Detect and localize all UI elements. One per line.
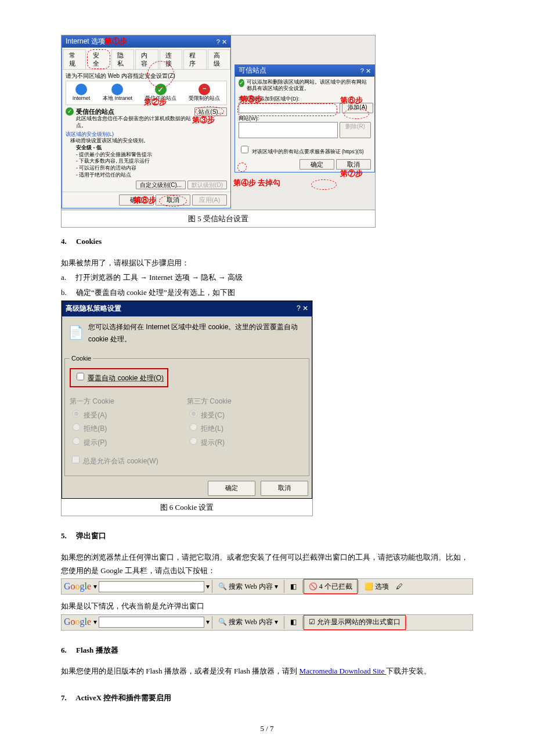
toolbar-search-input[interactable] <box>99 581 204 592</box>
step-7-oval <box>311 179 337 190</box>
intranet-icon <box>111 84 123 95</box>
add-site-input[interactable] <box>239 103 340 113</box>
window-buttons[interactable]: ? ✕ <box>360 67 371 75</box>
session-label: 总是允许会话 cookie(W) <box>83 457 158 465</box>
google-toolbar-blocked: Google ▾ ▾ 🔍搜索 Web 内容 ▾ ◧ 🚫4 个已拦截 🟨选项 🖊 <box>61 578 473 595</box>
level-line-0: - 提供最小的安全措施和警告提示 <box>76 152 227 159</box>
custom-level-button[interactable]: 自定义级别(C)... <box>136 181 186 189</box>
dropdown-icon[interactable]: ▾ <box>93 616 97 629</box>
tp-accept-label: 接受(C) <box>201 411 225 419</box>
pagerank-icon[interactable]: ◧ <box>287 580 300 593</box>
third-party-header: 第三方 Cookie <box>187 395 304 408</box>
sec5-p1: 如果您的浏览器禁止任何弹出窗口，请把它取消。或者您安装了任何可以拦截弹出窗口的工… <box>61 550 473 578</box>
zone-restricted[interactable]: – 受限制的站点 <box>189 84 220 102</box>
fp-reject-radio <box>73 423 80 431</box>
sec4-line2: a. 打开浏览器的 工具 → Internet 选项 → 隐私 → 高级 <box>61 271 473 284</box>
pagerank-icon[interactable]: ◧ <box>287 616 300 629</box>
cookie-group: Cookie 覆盖自动 cookie 处理(O) 第一方 Cookie 接受(A… <box>64 353 309 476</box>
level-line-3: - 适用于绝对信任的站点 <box>76 172 227 179</box>
override-label: 覆盖自动 cookie 处理(O) <box>88 374 164 382</box>
zone-intranet[interactable]: 本地 Intranet <box>103 84 132 102</box>
options-button[interactable]: 🟨选项 <box>361 580 392 593</box>
dropdown-icon[interactable]: ▾ <box>206 616 210 629</box>
section-7-title: 7. ActiveX 控件和插件需要启用 <box>61 691 473 704</box>
google-toolbar-allowed: Google ▾ ▾ 🔍搜索 Web 内容 ▾ ◧ ☑允许显示网站的弹出式窗口 <box>61 614 473 631</box>
figure-5-container: Internet 选项 ? ✕ 常规 安全 隐私 内容 连接 程序 高级 请为不… <box>61 35 473 228</box>
io-apply-button: 应用(A) <box>192 195 227 205</box>
sec4-line3: b. 确定“覆盖自动 cookie 处理”是没有选上，如下图 <box>61 286 473 299</box>
trusted-sites-title: 可信站点 <box>239 66 266 75</box>
add-button[interactable]: 添加(A) <box>342 103 373 113</box>
level-line-2: - 可以运行所有的活动内容 <box>76 165 227 172</box>
level-link[interactable]: 该区域的安全级别(L) <box>66 131 227 138</box>
privacy-cancel-button[interactable]: 取消 <box>261 481 308 496</box>
dropdown-icon[interactable]: ▾ <box>206 581 210 593</box>
zone-internet[interactable]: Internet <box>73 84 91 102</box>
trusted-desc-body: 此区域包含您信任不会损害您的计算机或数据的站点。 <box>76 116 192 129</box>
https-label: 对该区域中的所有站点要求服务器验证 (https:)(S) <box>252 149 364 154</box>
slider-hint: 移动滑块设置该区域的安全级别。 <box>70 138 227 145</box>
toolbar-search-input[interactable] <box>99 617 204 628</box>
step-4-label: 第④步 <box>233 178 256 188</box>
fp-accept-radio <box>73 410 80 417</box>
privacy-dialog: 高级隐私策略设置 ? ✕ 📄 您可以选择如何在 Internet 区域中处理 c… <box>62 301 312 499</box>
level-line-1: - 下载大多数内容, 且无提示运行 <box>76 158 227 165</box>
tab-privacy[interactable]: 隐私 <box>111 49 134 70</box>
io-cancel-button[interactable]: 取消 <box>156 195 190 205</box>
tab-general[interactable]: 常规 <box>63 49 86 70</box>
google-brand: Google <box>62 578 93 595</box>
cookie-policy-icon: 📄 <box>68 321 84 346</box>
trusted-icon: ✓ <box>155 84 167 95</box>
popup-allow-icon: ☑ <box>309 616 315 629</box>
trusted-desc-title: 受信任的站点 <box>76 108 114 115</box>
tp-prompt-radio <box>190 437 197 445</box>
tab-programs[interactable]: 程序 <box>183 49 206 70</box>
search-icon: 🔍 <box>218 616 227 629</box>
fp-prompt-label: 提示(P) <box>84 438 107 447</box>
tp-accept-radio <box>190 410 197 417</box>
fp-accept-label: 接受(A) <box>84 411 107 419</box>
tab-security[interactable]: 安全 <box>87 49 110 70</box>
popup-allowed-button[interactable]: ☑允许显示网站的弹出式窗口 <box>305 616 404 629</box>
internet-options-title: Internet 选项 <box>66 37 105 46</box>
check-icon: ✓ <box>66 107 74 116</box>
search-web-button[interactable]: 🔍搜索 Web 内容 ▾ <box>215 580 282 593</box>
ts-ok-button[interactable]: 确定 <box>300 159 334 170</box>
trusted-dialog-desc: 可以添加和删除该区域的网站。该区域中的所有网站都具有该区域的安全设置。 <box>247 79 371 92</box>
search-web-button[interactable]: 🔍搜索 Web 内容 ▾ <box>215 616 282 629</box>
figure-5: Internet 选项 ? ✕ 常规 安全 隐私 内容 连接 程序 高级 请为不… <box>61 35 376 210</box>
window-buttons[interactable]: ? ✕ <box>217 38 227 46</box>
trusted-sites-dialog: 可信站点 ? ✕ ✓ 可以添加和删除该区域的网站。该区域中的所有网站都具有该区域… <box>234 64 375 172</box>
site-list[interactable] <box>239 122 338 138</box>
https-checkbox[interactable] <box>241 146 248 153</box>
ts-cancel-button[interactable]: 取消 <box>336 159 371 170</box>
window-buttons[interactable]: ? ✕ <box>297 303 308 315</box>
sec6-p-b: 下载并安装。 <box>386 667 431 675</box>
fp-prompt-radio <box>73 437 80 445</box>
dropdown-icon[interactable]: ▾ <box>93 581 97 593</box>
search-icon: 🔍 <box>218 581 227 593</box>
site-list-label: 网站(W): <box>239 116 371 123</box>
zone-trusted[interactable]: ✓ 受信任的站点 <box>145 84 176 102</box>
privacy-titlebar: 高级隐私策略设置 ? ✕ <box>62 301 312 316</box>
macromedia-link[interactable]: Macromedia Download Site <box>300 667 387 675</box>
sites-button[interactable]: 站点(S)... <box>194 107 227 116</box>
trusted-sites-titlebar: 可信站点 ? ✕ <box>235 65 374 77</box>
tab-connections[interactable]: 连接 <box>160 49 182 70</box>
tab-advanced[interactable]: 高级 <box>208 49 230 70</box>
sec5-p2: 如果是以下情况，代表当前是允许弹出窗口 <box>61 599 473 613</box>
io-ok-button[interactable]: 确定 <box>119 195 154 205</box>
override-checkbox[interactable] <box>77 373 84 380</box>
step-4b-label: 去掉勾 <box>258 178 280 188</box>
zone-instruction: 请为不同区域的 Web 内容指定安全设置(Z) <box>66 72 227 80</box>
section-5-title: 5. 弹出窗口 <box>61 529 473 542</box>
popup-block-icon: 🚫 <box>309 581 317 593</box>
highlight-icon[interactable]: 🖊 <box>392 580 406 593</box>
popup-blocked-button[interactable]: 🚫4 个已拦截 <box>305 580 356 593</box>
internet-options-dialog: Internet 选项 ? ✕ 常规 安全 隐私 内容 连接 程序 高级 请为不… <box>62 35 231 208</box>
cookie-legend: Cookie <box>70 353 93 365</box>
privacy-ok-button[interactable]: 确定 <box>208 481 255 496</box>
options-icon: 🟨 <box>365 581 373 593</box>
tab-content[interactable]: 内容 <box>135 49 158 70</box>
section-4-title: 4. Cookies <box>61 235 473 248</box>
